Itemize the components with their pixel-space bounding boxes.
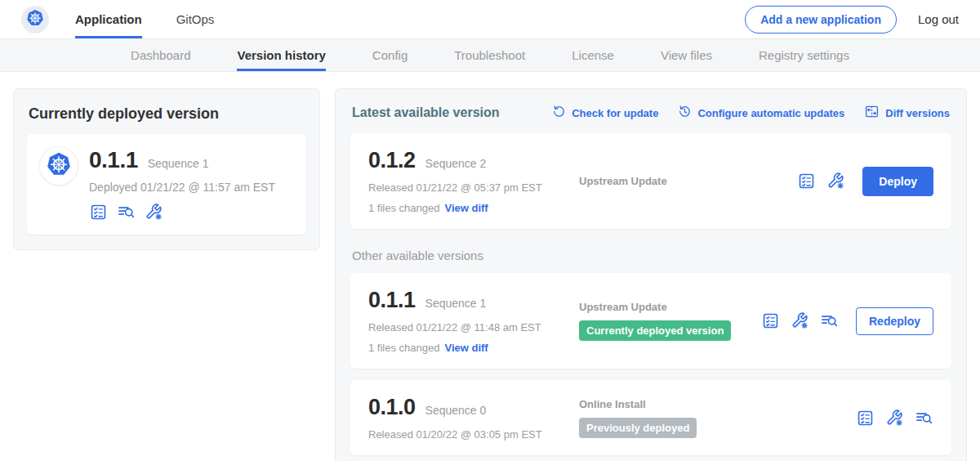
check-for-update-label: Check for update [572,107,658,119]
tab-config[interactable]: Config [372,39,408,71]
configure-automatic-updates-link[interactable]: Configure automatic updates [678,105,844,121]
latest-available-version-title: Latest available version [352,105,500,120]
sequence-label: Sequence 0 [425,404,487,417]
preflight-checks-icon[interactable] [89,203,108,222]
view-diff-link[interactable]: View diff [444,202,488,214]
released-timestamp: Released 01/21/22 @ 05:37 pm EST [368,181,579,194]
tab-gitops[interactable]: GitOps [176,0,215,38]
currently-deployed-card: Currently deployed version 0.1.1 Sequenc… [13,88,320,250]
check-for-update-link[interactable]: Check for update [552,105,658,121]
tab-dashboard[interactable]: Dashboard [131,39,190,71]
config-wrench-icon[interactable] [885,409,904,427]
configure-automatic-updates-label: Configure automatic updates [697,107,844,119]
version-source-label: Online Install [579,398,856,410]
deploy-logs-icon[interactable] [117,203,136,222]
version-card-0-1-2: 0.1.2 Sequence 2 Released 01/21/22 @ 05:… [350,133,951,229]
sequence-label: Sequence 2 [425,157,487,170]
deployed-sequence-label: Sequence 1 [148,157,209,170]
tab-troubleshoot[interactable]: Troubleshoot [454,39,525,71]
currently-deployed-badge: Currently deployed version [579,320,731,341]
version-number: 0.1.1 [368,288,416,313]
version-card-0-1-1: 0.1.1 Sequence 1 Released 01/21/22 @ 11:… [350,273,951,369]
kubernetes-logo-icon [45,150,73,181]
version-card-0-1-0: 0.1.0 Sequence 0 Released 01/20/22 @ 03:… [350,380,951,455]
currently-deployed-version-card: 0.1.1 Sequence 1 Deployed 01/21/22 @ 11:… [27,134,306,235]
preflight-checks-icon[interactable] [856,409,875,427]
deploy-logs-icon[interactable] [915,409,933,427]
kubernetes-logo-icon [25,8,45,31]
currently-deployed-title: Currently deployed version [29,105,306,123]
files-changed-label: 1 files changed [368,342,439,354]
add-new-application-button[interactable]: Add a new application [745,6,897,34]
tab-version-history[interactable]: Version history [237,39,325,71]
redeploy-button[interactable]: Redeploy [856,307,933,335]
refresh-icon [552,105,566,121]
available-versions-panel: Latest available version Check for updat… [335,88,967,461]
app-sub-nav: Dashboard Version history Config Trouble… [0,39,980,72]
config-wrench-icon[interactable] [826,172,845,190]
version-source-label: Upstream Update [579,301,761,313]
tab-view-files[interactable]: View files [661,39,712,71]
app-version-avatar [40,147,78,185]
logout-button[interactable]: Log out [918,12,959,26]
tab-application[interactable]: Application [75,0,142,38]
tab-registry-settings[interactable]: Registry settings [759,39,849,71]
diff-versions-label: Diff versions [885,107,950,119]
files-changed-label: 1 files changed [368,202,439,214]
version-history-page: Currently deployed version 0.1.1 Sequenc… [0,72,980,461]
released-timestamp: Released 01/21/22 @ 11:48 am EST [368,321,579,333]
topnav-tabs: Application GitOps [75,0,214,38]
preflight-checks-icon[interactable] [761,311,780,330]
deploy-logs-icon[interactable] [820,311,839,330]
schedule-update-icon [678,105,692,121]
preflight-checks-icon[interactable] [797,172,816,190]
deployed-version-number: 0.1.1 [89,147,138,173]
config-wrench-icon[interactable] [145,203,163,222]
diff-icon [864,104,880,122]
previously-deployed-badge: Previously deployed [579,418,697,438]
other-available-versions-title: Other available versions [352,248,950,262]
version-source-label: Upstream Update [579,175,797,187]
config-wrench-icon[interactable] [791,311,809,330]
tab-license[interactable]: License [572,39,614,71]
top-nav: Application GitOps Add a new application… [0,0,980,39]
app-logo-avatar [21,6,49,34]
deploy-button[interactable]: Deploy [862,167,933,196]
version-number: 0.1.2 [368,148,416,173]
view-diff-link[interactable]: View diff [444,342,488,354]
version-number: 0.1.0 [368,395,416,420]
deployed-timestamp: Deployed 01/21/22 @ 11:57 am EST [89,181,275,194]
sequence-label: Sequence 1 [425,297,487,310]
released-timestamp: Released 01/20/22 @ 03:05 pm EST [368,428,579,441]
diff-versions-link[interactable]: Diff versions [864,104,950,122]
